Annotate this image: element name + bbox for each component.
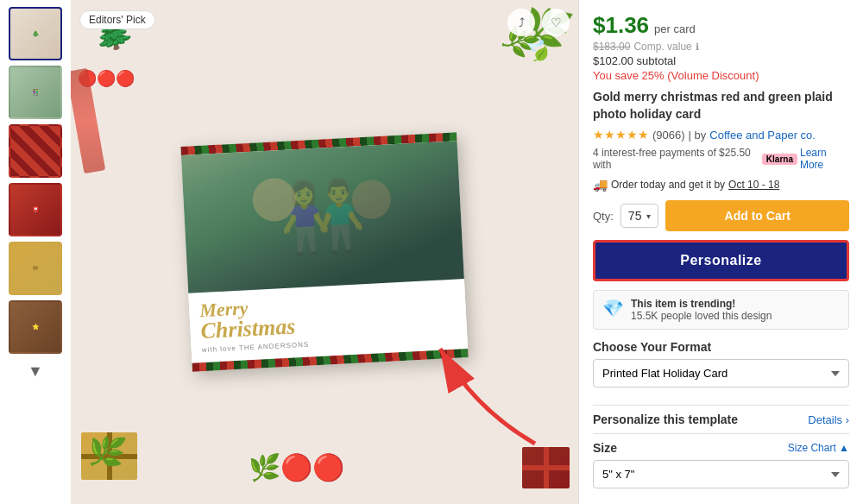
klarna-learn-more[interactable]: Learn More [800, 147, 849, 171]
seller-link[interactable]: Coffee and Paper co. [709, 129, 816, 142]
trending-title: This item is trending! [631, 298, 772, 310]
klarna-row: 4 interest-free payments of $25.50 with … [593, 147, 849, 171]
rating-row: ★★★★★ (9066) | by Coffee and Paper co. [593, 128, 849, 142]
add-to-cart-button[interactable]: Add to Cart [665, 200, 849, 231]
thumbnail-scroll-down[interactable]: ▼ [9, 359, 62, 383]
qty-cart-row: Qty: 75 ▾ Add to Cart [593, 200, 849, 231]
comp-value-label: Comp. value [633, 41, 691, 53]
divider-2 [593, 433, 849, 434]
shipping-text: Order today and get it by [611, 179, 725, 191]
card-mockup: 👫 Merry Christmas with love THE ANDERSON… [180, 132, 468, 371]
qty-dropdown-icon: ▾ [646, 211, 651, 221]
size-row: Size Size Chart ▲ [593, 441, 849, 455]
diamond-icon: 💎 [602, 298, 624, 318]
details-link[interactable]: Details › [808, 413, 849, 426]
trending-sub: 15.5K people loved this design [631, 310, 772, 322]
qty-label: Qty: [593, 210, 614, 223]
product-title: Gold merry christmas red and green plaid… [593, 89, 849, 123]
share-icon: ⤴ [519, 16, 525, 29]
qty-selector[interactable]: 75 ▾ [620, 204, 659, 228]
shipping-date: Oct 10 - 18 [728, 179, 779, 191]
personalize-button[interactable]: Personalize [593, 240, 849, 281]
size-chart-link[interactable]: Size Chart ▲ [788, 442, 849, 454]
divider-1 [593, 405, 849, 406]
thumbnail-3[interactable] [9, 124, 62, 178]
trending-box: 💎 This item is trending! 15.5K people lo… [593, 290, 849, 330]
right-panel: $1.36 per card $183.00 Comp. value ℹ $10… [578, 0, 863, 504]
thumbnail-1[interactable]: 🎄 [9, 7, 62, 60]
personalize-template-row: Personalize this template Details › [593, 413, 849, 426]
format-select[interactable]: Printed Flat Holiday Card Digital Downlo… [593, 359, 849, 387]
price-subtotal: $102.00 subtotal [593, 54, 849, 67]
wishlist-button[interactable]: ♡ [542, 9, 570, 36]
personalize-template-label: Personalize this template [593, 413, 738, 426]
price-savings: You save 25% (Volume Discount) [593, 69, 849, 82]
rating-separator: | by [689, 129, 707, 142]
star-rating: ★★★★★ [593, 128, 649, 142]
editors-pick-badge: Editors' Pick [79, 10, 155, 29]
thumbnail-4[interactable]: 📮 [9, 183, 62, 236]
truck-icon: 🚚 [593, 178, 608, 192]
share-button[interactable]: ⤴ [507, 9, 535, 36]
main-image-area: 🌲 🌿 🔴🔴🔴 🍃 🌿 🌿 🌿🔴🔴 [71, 0, 578, 504]
card-photo: 👫 [181, 141, 464, 293]
rating-count: (9066) [652, 129, 685, 142]
scene-container: 🌲 🌿 🔴🔴🔴 🍃 🌿 🌿 🌿🔴🔴 [71, 0, 578, 504]
image-actions: ⤴ ♡ [507, 9, 570, 36]
price-per-card: per card [654, 22, 696, 35]
gift-box-right [522, 447, 570, 488]
thumbnail-2[interactable]: 👫 [9, 66, 62, 119]
price-section: $1.36 per card [593, 12, 849, 39]
branch-bottom-left: 🌿 [85, 431, 129, 472]
comp-info-icon[interactable]: ℹ [696, 41, 699, 53]
size-select[interactable]: 5" x 7" 4" x 6" 4.25" x 5.5" [593, 460, 849, 488]
shipping-row: 🚚 Order today and get it by Oct 10 - 18 [593, 178, 849, 192]
qty-value: 75 [628, 209, 642, 223]
heart-icon: ♡ [551, 16, 562, 29]
klarna-prefix: 4 interest-free payments of $25.50 with [593, 147, 759, 171]
trending-text: This item is trending! 15.5K people love… [631, 298, 772, 322]
klarna-logo: Klarna [762, 154, 797, 165]
thumbnail-strip: 🎄 👫 📮 ✉ ⭐ ▼ [0, 0, 71, 504]
comp-value: $183.00 [593, 41, 630, 53]
price-current: $1.36 [593, 12, 649, 39]
chevron-down-icon: ▼ [28, 362, 43, 381]
holly-bottom: 🌿🔴🔴 [249, 452, 344, 482]
size-label: Size [593, 441, 617, 455]
format-label: Choose Your Format [593, 340, 849, 354]
thumbnail-6[interactable]: ⭐ [9, 300, 62, 354]
thumbnail-5[interactable]: ✉ [9, 242, 62, 295]
